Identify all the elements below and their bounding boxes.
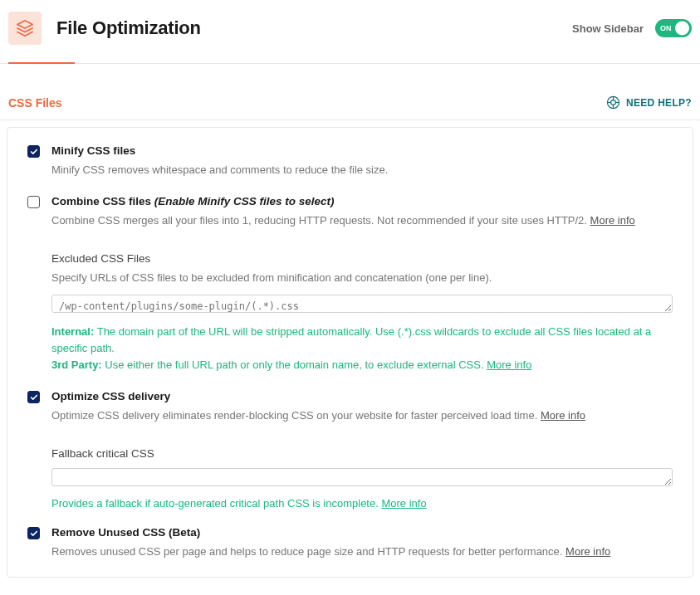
combine-desc: Combine CSS merges all your files into 1… — [51, 212, 673, 229]
remove-unused-more-info-link[interactable]: More info — [565, 545, 610, 558]
toggle-knob — [675, 22, 689, 36]
excluded-more-info-link[interactable]: More info — [487, 358, 531, 371]
combine-more-info-link[interactable]: More info — [590, 214, 635, 227]
svg-point-2 — [611, 100, 616, 105]
internal-label: Internal: — [51, 325, 94, 338]
layers-icon — [8, 12, 42, 45]
minify-desc: Minify CSS removes whitespace and commen… — [51, 162, 673, 178]
section-header: CSS Files NEED HELP? — [0, 64, 700, 120]
section-title: CSS Files — [8, 96, 62, 110]
remove-unused-title: Remove Unused CSS (Beta) — [51, 526, 673, 539]
combine-title: Combine CSS files (Enable Minify CSS fil… — [51, 195, 673, 207]
excluded-hints: Internal: The domain part of the URL wil… — [51, 324, 673, 373]
option-minify-css: Minify CSS files Minify CSS removes whit… — [7, 128, 693, 178]
check-icon — [30, 148, 38, 156]
remove-unused-checkbox[interactable] — [27, 527, 40, 539]
internal-text: The domain part of the URL will be strip… — [51, 325, 651, 354]
svg-marker-0 — [17, 21, 32, 28]
fallback-more-info-link[interactable]: More info — [381, 497, 426, 510]
optimize-title: Optimize CSS delivery — [51, 390, 673, 402]
excluded-css-textarea[interactable] — [51, 295, 673, 313]
option-remove-unused-css: Remove Unused CSS (Beta) Removes unused … — [7, 510, 693, 560]
fallback-title: Fallback critical CSS — [51, 447, 673, 460]
optimize-desc: Optimize CSS delivery eliminates render-… — [51, 407, 673, 424]
show-sidebar-label: Show Sidebar — [572, 22, 644, 35]
fallback-css-block: Fallback critical CSS Provides a fallbac… — [51, 447, 673, 510]
optimize-more-info-link[interactable]: More info — [541, 409, 585, 422]
option-combine-css: Combine CSS files (Enable Minify CSS fil… — [7, 178, 693, 229]
remove-unused-desc: Removes unused CSS per page and helps to… — [51, 544, 673, 560]
fallback-css-textarea[interactable] — [51, 468, 673, 486]
check-icon — [30, 529, 38, 538]
page-header: File Optimization Show Sidebar ON — [0, 0, 700, 64]
page-title: File Optimization — [56, 17, 572, 39]
toggle-state-label: ON — [660, 24, 672, 32]
excluded-css-block: Excluded CSS Files Specify URLs of CSS f… — [51, 252, 673, 373]
combine-css-checkbox[interactable] — [27, 196, 40, 208]
help-icon — [606, 95, 620, 110]
minify-title: Minify CSS files — [51, 144, 673, 157]
minify-css-checkbox[interactable] — [27, 145, 40, 158]
need-help-link[interactable]: NEED HELP? — [606, 95, 692, 110]
check-icon — [30, 393, 38, 402]
fallback-hint: Provides a fallback if auto-generated cr… — [51, 497, 673, 510]
need-help-label: NEED HELP? — [626, 97, 692, 109]
show-sidebar-toggle[interactable]: ON — [655, 19, 692, 37]
optimize-delivery-checkbox[interactable] — [27, 391, 40, 403]
third-party-text: Use either the full URL path or only the… — [105, 358, 483, 371]
css-options-panel: Minify CSS files Minify CSS removes whit… — [7, 127, 693, 578]
excluded-title: Excluded CSS Files — [51, 252, 673, 265]
third-party-label: 3rd Party: — [51, 358, 102, 371]
option-optimize-delivery: Optimize CSS delivery Optimize CSS deliv… — [7, 373, 693, 424]
excluded-desc: Specify URLs of CSS files to be excluded… — [51, 270, 673, 286]
